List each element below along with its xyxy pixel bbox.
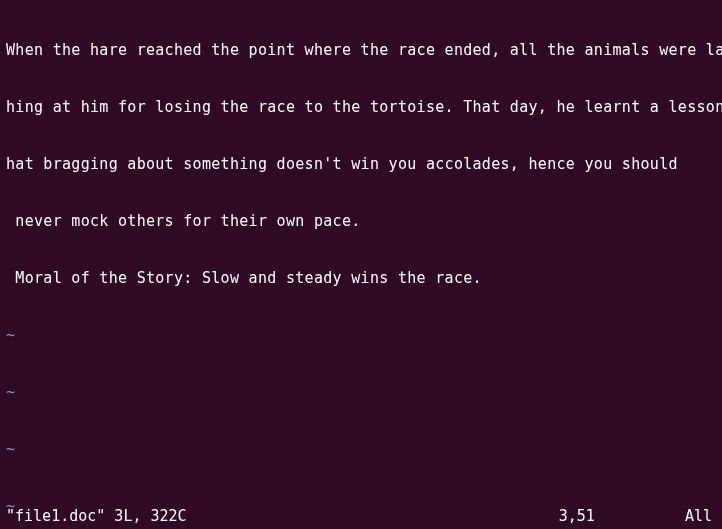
editor-buffer[interactable]: When the hare reached the point where th… xyxy=(0,0,722,529)
empty-line-tilde: ~ xyxy=(6,326,722,345)
empty-line-tilde: ~ xyxy=(6,383,722,402)
status-scroll-indicator: All xyxy=(685,507,716,526)
buffer-line: hat bragging about something doesn't win… xyxy=(6,155,722,174)
empty-line-tilde: ~ xyxy=(6,440,722,459)
status-cursor-position: 3,51 xyxy=(559,507,685,526)
buffer-line: hing at him for losing the race to the t… xyxy=(6,98,722,117)
buffer-line: never mock others for their own pace. xyxy=(6,212,722,231)
status-spacer xyxy=(187,507,559,526)
buffer-line: Moral of the Story: Slow and steady wins… xyxy=(6,269,722,288)
buffer-line: When the hare reached the point where th… xyxy=(6,41,722,60)
status-file-info: "file1.doc" 3L, 322C xyxy=(6,507,187,526)
status-bar: "file1.doc" 3L, 322C 3,51 All xyxy=(6,507,716,526)
